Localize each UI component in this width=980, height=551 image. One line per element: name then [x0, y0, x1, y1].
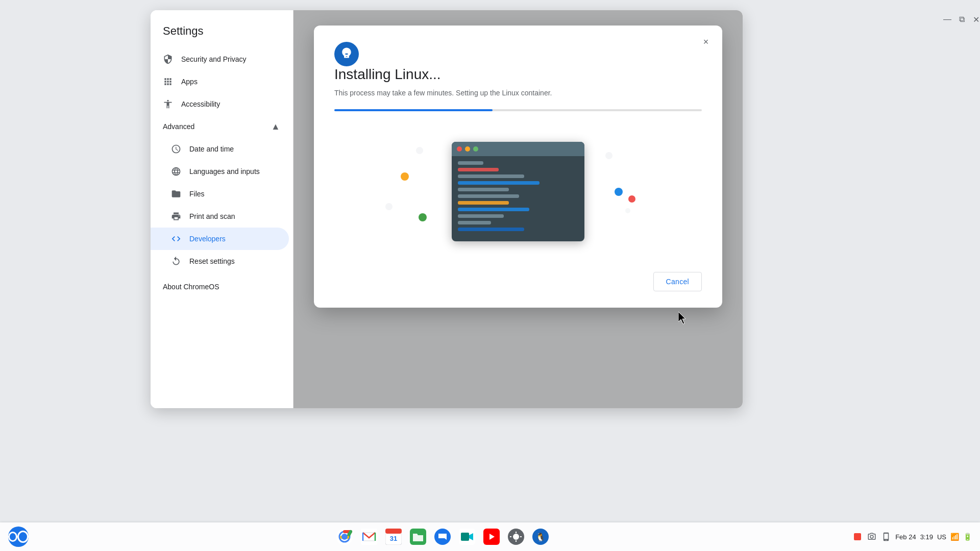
- svg-rect-13: [461, 533, 469, 541]
- phone-icon[interactable]: [881, 532, 891, 542]
- terminal-titlebar: [452, 142, 584, 156]
- wifi-icon: 📶: [950, 533, 959, 541]
- bg-window-controls: — ⧉ ✕: [943, 15, 980, 23]
- sidebar-item-files[interactable]: Files: [151, 183, 289, 205]
- sidebar-label-security: Security and Privacy: [181, 55, 247, 63]
- modal-subtitle: This process may take a few minutes. Set…: [334, 89, 702, 97]
- taskbar-app-linux[interactable]: 🐧: [529, 525, 552, 548]
- files-icon: [410, 529, 426, 545]
- taskbar-apps: 31: [33, 525, 852, 548]
- svg-text:🐧: 🐧: [535, 532, 546, 542]
- code-line-7: [458, 201, 509, 205]
- terminal-close-btn: [457, 146, 462, 152]
- settings-sidebar: Settings Security and Privacy Apps: [151, 10, 293, 408]
- sidebar-item-languages[interactable]: Languages and inputs: [151, 160, 289, 183]
- bg-maximize-button[interactable]: ⧉: [958, 15, 966, 23]
- taskbar: 31: [0, 522, 980, 551]
- grid-icon: [163, 77, 173, 87]
- bg-minimize-button[interactable]: —: [943, 15, 951, 23]
- svg-point-1: [348, 52, 349, 54]
- sidebar-label-accessibility: Accessibility: [181, 100, 220, 108]
- chrome-icon: [336, 529, 353, 545]
- messages-icon: [434, 529, 451, 545]
- sidebar-item-accessibility[interactable]: Accessibility: [151, 93, 289, 115]
- dot-gray-3: [605, 152, 612, 159]
- sidebar-label-about: About ChromeOS: [163, 283, 219, 291]
- sidebar-item-about[interactable]: About ChromeOS: [151, 277, 289, 297]
- modal-title: Installing Linux...: [334, 66, 702, 83]
- modal-overlay: × Installing Linux... This process may t…: [293, 10, 743, 408]
- dot-yellow: [401, 172, 409, 181]
- sidebar-item-developers[interactable]: Developers: [151, 228, 289, 250]
- code-line-8: [458, 208, 529, 211]
- sidebar-item-date-time[interactable]: Date and time: [151, 138, 289, 160]
- taskbar-region: US: [937, 533, 946, 541]
- cancel-button[interactable]: Cancel: [653, 272, 702, 291]
- linux-penguin-icon: [334, 42, 359, 66]
- dot-gray-4: [625, 208, 630, 213]
- dot-gray-1: [416, 147, 423, 154]
- code-line-6: [458, 194, 519, 198]
- code-line-9: [458, 214, 504, 218]
- stop-icon[interactable]: [852, 532, 863, 542]
- code-line-2: [458, 168, 499, 171]
- taskbar-date: Feb 24: [895, 533, 916, 541]
- terminal-body: [452, 156, 584, 236]
- sidebar-label-developers: Developers: [189, 235, 226, 243]
- dot-gray-2: [385, 203, 393, 210]
- settings-window: Settings Security and Privacy Apps: [151, 10, 743, 408]
- sidebar-label-languages: Languages and inputs: [189, 167, 260, 176]
- terminal-min-btn: [465, 146, 470, 152]
- taskbar-launcher[interactable]: [8, 527, 29, 547]
- svg-rect-8: [385, 529, 402, 534]
- dot-red: [628, 195, 635, 203]
- terminal-max-btn: [473, 146, 478, 152]
- shield-icon: [163, 54, 173, 64]
- system-tray: Feb 24 3:19 US 📶 🔋: [852, 532, 972, 542]
- taskbar-app-settings[interactable]: [505, 525, 527, 548]
- modal-close-button[interactable]: ×: [698, 34, 714, 50]
- progress-bar-container: [334, 109, 702, 111]
- bg-close-button[interactable]: ✕: [972, 15, 980, 23]
- sidebar-item-advanced[interactable]: Advanced ▲: [151, 115, 293, 138]
- taskbar-app-files[interactable]: [407, 525, 429, 548]
- taskbar-app-messages[interactable]: [431, 525, 454, 548]
- sidebar-item-reset[interactable]: Reset settings: [151, 250, 289, 272]
- sidebar-label-date-time: Date and time: [189, 145, 234, 153]
- code-line-1: [458, 161, 483, 165]
- accessibility-icon: [163, 99, 173, 109]
- battery-icon: 🔋: [963, 533, 972, 541]
- svg-point-5: [341, 534, 348, 540]
- code-line-10: [458, 221, 491, 224]
- modal-footer: Cancel: [334, 272, 702, 291]
- calendar-icon: 31: [385, 529, 402, 545]
- terminal-window: [452, 142, 584, 241]
- sidebar-item-security[interactable]: Security and Privacy: [151, 48, 289, 70]
- settings-icon: [508, 529, 524, 545]
- reset-icon: [171, 256, 181, 266]
- sidebar-label-apps: Apps: [181, 78, 198, 86]
- sidebar-item-apps[interactable]: Apps: [151, 70, 289, 93]
- gmail-icon: [361, 529, 377, 545]
- sidebar-label-files: Files: [189, 190, 205, 198]
- code-line-5: [458, 188, 509, 191]
- dot-blue: [615, 188, 623, 196]
- meet-icon: [459, 529, 475, 545]
- sidebar-item-print-scan[interactable]: Print and scan: [151, 205, 289, 228]
- youtube-icon: [483, 529, 500, 545]
- screenshot-icon[interactable]: [867, 532, 877, 542]
- taskbar-app-gmail[interactable]: [358, 525, 380, 548]
- taskbar-app-youtube[interactable]: [480, 525, 503, 548]
- clock-icon: [171, 144, 181, 154]
- code-line-11: [458, 228, 524, 231]
- settings-main: × Installing Linux... This process may t…: [293, 10, 743, 408]
- linux-taskbar-icon: 🐧: [532, 529, 549, 545]
- sidebar-label-reset: Reset settings: [189, 257, 235, 265]
- folder-icon: [171, 189, 181, 199]
- sidebar-label-print-scan: Print and scan: [189, 212, 235, 220]
- linux-illustration: [334, 132, 702, 262]
- taskbar-app-chrome[interactable]: [333, 525, 356, 548]
- taskbar-app-calendar[interactable]: 31: [382, 525, 405, 548]
- sidebar-label-advanced: Advanced: [163, 122, 194, 131]
- taskbar-app-meet[interactable]: [456, 525, 478, 548]
